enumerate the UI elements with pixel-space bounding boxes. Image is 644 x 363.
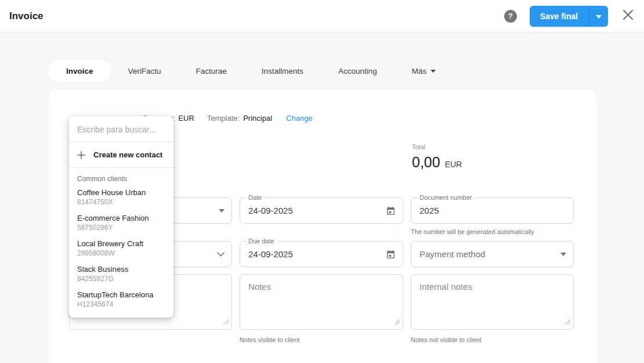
client-name: Slack Business xyxy=(77,265,165,274)
client-name: StartupTech Barcelona xyxy=(77,290,165,299)
date-field[interactable]: Date 24-09-2025 xyxy=(240,197,403,224)
dropdown-arrow-icon xyxy=(219,209,225,213)
internal-notes-textarea[interactable] xyxy=(411,274,574,330)
calendar-icon[interactable] xyxy=(386,206,396,215)
date-field-value: 24-09-2025 xyxy=(248,206,293,215)
currency-value: EUR xyxy=(178,114,194,123)
client-list-item[interactable]: StartupTech Barcelona H12345674 xyxy=(69,286,173,312)
contact-dropdown-panel: Create new contact Common clients Coffee… xyxy=(69,116,173,318)
client-name: Local Brewery Craft xyxy=(77,239,165,248)
document-number-label: Document number xyxy=(417,194,475,201)
save-options-caret-button[interactable] xyxy=(588,6,608,27)
calendar-icon[interactable] xyxy=(386,249,396,259)
dropdown-arrow-icon xyxy=(560,253,566,256)
document-number-value: 2025 xyxy=(419,206,439,215)
help-icon[interactable]: ? xyxy=(504,10,517,23)
client-list-item[interactable]: Local Brewery Craft 29958008W xyxy=(69,235,173,261)
notes-area xyxy=(240,274,403,330)
change-template-link[interactable]: Change xyxy=(286,114,313,123)
contact-search-input[interactable] xyxy=(77,125,165,134)
notes-textarea[interactable] xyxy=(240,274,403,330)
client-tax-id: 58750286Y xyxy=(77,224,165,232)
document-number-field[interactable]: Document number 2025 xyxy=(411,197,574,224)
chevron-down-icon xyxy=(596,12,602,20)
create-new-contact-button[interactable]: Create new contact xyxy=(69,142,173,167)
total-amount: 0,00 xyxy=(412,154,440,171)
tab-facturae[interactable]: Facturae xyxy=(179,60,244,82)
client-list-item[interactable]: Slack Business 84255927G xyxy=(69,261,173,286)
client-name: Coffee House Urban xyxy=(77,188,165,197)
close-button[interactable] xyxy=(621,9,635,23)
due-date-field[interactable]: Due date 24-09-2025 xyxy=(240,241,403,267)
create-new-contact-label: Create new contact xyxy=(93,150,162,159)
tab-more[interactable]: Más xyxy=(395,60,454,82)
client-tax-id: H12345674 xyxy=(77,300,165,308)
save-final-button[interactable]: Save final xyxy=(530,6,588,27)
notes-helper: Notes visible to client xyxy=(240,336,403,343)
document-number-helper: The number will be generated automatical… xyxy=(411,228,574,235)
client-name: E-commerce Fashion xyxy=(77,214,165,222)
chevron-down-icon xyxy=(217,252,225,257)
client-tax-id: 84255927G xyxy=(77,275,165,283)
template-label: Template: xyxy=(207,114,240,123)
close-icon xyxy=(623,10,633,22)
total-label: Total xyxy=(412,143,462,150)
tab-installments[interactable]: Installments xyxy=(244,60,321,82)
tab-more-label: Más xyxy=(412,67,427,76)
tab-invoice[interactable]: Invoice xyxy=(49,60,111,82)
date-field-label: Date xyxy=(246,194,264,201)
payment-method-placeholder: Payment method xyxy=(419,249,485,259)
topbar-actions: ? Save final xyxy=(504,6,635,27)
internal-notes-area xyxy=(411,274,574,330)
tab-verifactu[interactable]: VeriFactu xyxy=(111,60,179,82)
contact-search xyxy=(69,116,173,142)
template-value: Principal xyxy=(243,114,272,123)
internal-notes-helper: Notes not visible to client xyxy=(411,336,574,343)
payment-method-select[interactable]: Payment method xyxy=(411,241,574,267)
tab-accounting[interactable]: Accounting xyxy=(321,60,395,82)
top-bar: Invoice ? Save final xyxy=(0,0,644,33)
client-tax-id: 29958008W xyxy=(77,249,165,257)
page-title: Invoice xyxy=(9,10,44,22)
client-tax-id: 81474750X xyxy=(77,198,165,206)
save-split-button: Save final xyxy=(530,6,608,27)
tab-bar: Invoice VeriFactu Facturae Installments … xyxy=(49,60,453,82)
plus-icon xyxy=(77,151,85,159)
total-block: Total 0,00 EUR xyxy=(412,143,462,171)
due-date-value: 24-09-2025 xyxy=(248,249,293,259)
chevron-down-icon xyxy=(430,70,436,73)
common-clients-label: Common clients xyxy=(69,168,173,184)
due-date-label: Due date xyxy=(246,238,277,245)
invoice-editor-screen: Invoice ? Save final Invoice VeriFactu F… xyxy=(0,0,644,363)
client-list-item[interactable]: E-commerce Fashion 58750286Y xyxy=(69,210,173,235)
client-list-item[interactable]: Coffee House Urban 81474750X xyxy=(69,184,173,210)
total-currency: EUR xyxy=(445,160,462,169)
